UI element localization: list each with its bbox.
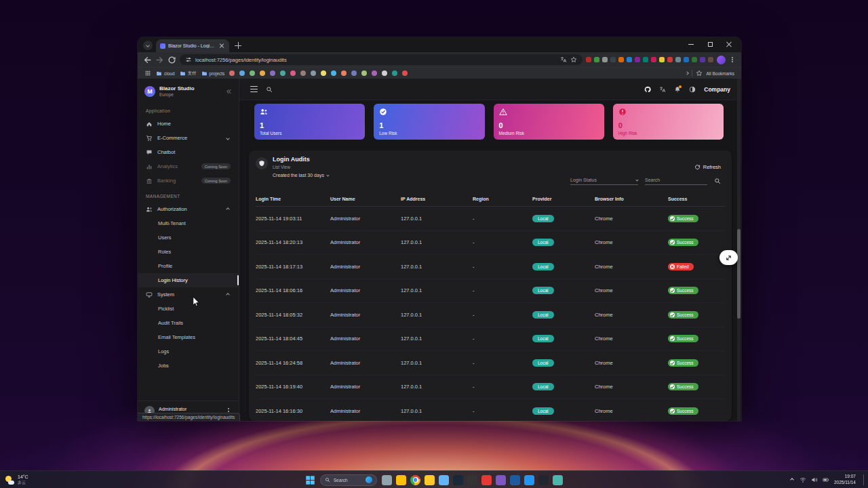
bookmark-favicon[interactable] [280, 70, 285, 76]
extension-icon[interactable] [692, 57, 697, 62]
sidebar-subitem-profile[interactable]: Profile [138, 259, 239, 273]
sidebar-item-banking[interactable]: BankingComing Soon [138, 174, 239, 188]
taskbar-app-mail[interactable] [439, 475, 449, 485]
column-header-region[interactable]: Region [473, 197, 532, 201]
bookmark-favicon[interactable] [229, 70, 235, 76]
floating-expand-button[interactable] [719, 250, 738, 265]
language-icon[interactable] [659, 86, 666, 93]
taskbar-app-steam[interactable] [453, 475, 463, 485]
sidebar-subitem-email-templates[interactable]: Email Templates [138, 330, 239, 344]
extension-icon[interactable] [700, 57, 705, 62]
github-icon[interactable] [644, 86, 651, 93]
sidebar-subitem-multi-tenant[interactable]: Multi-Tenant [138, 216, 239, 230]
bookmark-folder-[interactable]: 支付 [180, 70, 197, 77]
scrollbar-thumb[interactable] [737, 229, 741, 319]
back-button[interactable] [143, 56, 152, 64]
taskbar-app-teams[interactable] [553, 475, 563, 485]
column-header-user-name[interactable]: User Name [330, 197, 401, 201]
bookmark-favicon[interactable] [372, 70, 377, 76]
table-row[interactable]: 2025-11-14 18:04:45Administrator127.0.0.… [256, 327, 725, 352]
bookmark-favicon[interactable] [402, 70, 408, 76]
bookmark-favicon[interactable] [300, 70, 306, 76]
extension-icon[interactable] [684, 57, 689, 62]
notifications-icon[interactable] [674, 86, 681, 93]
sidebar-collapse-icon[interactable] [225, 88, 232, 95]
table-row[interactable]: 2025-11-14 18:05:32Administrator127.0.0.… [256, 303, 725, 327]
taskbar-app-chrome[interactable] [410, 475, 420, 485]
browser-tab[interactable]: Blazor Studio - Login Audits [156, 39, 229, 52]
sidebar-subitem-roles[interactable]: Roles [138, 245, 239, 259]
battery-icon[interactable] [823, 476, 829, 483]
sidebar-subitem-audit-trails[interactable]: Audit Trails [138, 316, 239, 330]
extension-icon[interactable] [618, 57, 624, 62]
taskbar-clock[interactable]: 19:07 2025/11/14 [834, 474, 856, 486]
bookmark-folder-projects[interactable]: projects [201, 70, 225, 77]
forward-button[interactable] [155, 56, 164, 64]
sidebar-item-system[interactable]: System [138, 287, 239, 302]
new-tab-button[interactable] [233, 41, 243, 50]
address-bar[interactable]: localhost:7256/pages/identity/loginaudit… [180, 54, 583, 65]
bookmark-star-icon[interactable] [570, 56, 577, 63]
theme-toggle-icon[interactable] [689, 86, 696, 93]
sidebar-item-analytics[interactable]: AnalyticsComing Soon [138, 159, 239, 174]
bookmark-favicon[interactable] [270, 70, 275, 76]
bookmark-favicon[interactable] [382, 70, 387, 76]
bookmark-favicon[interactable] [311, 70, 316, 76]
tab-search-button[interactable] [143, 41, 153, 50]
bookmark-favicon[interactable] [321, 70, 326, 76]
bookmark-folder-cloud[interactable]: cloud [156, 70, 175, 77]
maximize-button[interactable] [701, 37, 719, 51]
search-input[interactable] [645, 178, 707, 185]
taskbar-app-terminal[interactable] [538, 475, 549, 485]
bookmark-favicon[interactable] [250, 70, 255, 76]
table-row[interactable]: 2025-11-14 16:19:40Administrator127.0.0.… [256, 375, 725, 400]
extension-icon[interactable] [708, 57, 713, 62]
close-button[interactable] [719, 37, 738, 51]
extension-icon[interactable] [635, 57, 640, 62]
bookmark-favicon[interactable] [341, 70, 347, 76]
bookmark-favicon[interactable] [260, 70, 265, 76]
sidebar-subitem-picklist[interactable]: Picklist [138, 302, 239, 316]
extension-icon[interactable] [643, 57, 648, 62]
menu-toggle-icon[interactable] [250, 85, 258, 94]
sidebar-subitem-logs[interactable]: Logs [138, 344, 239, 359]
site-info-icon[interactable] [185, 56, 192, 63]
extension-icon[interactable] [627, 57, 632, 62]
refresh-button[interactable]: Refresh [694, 164, 721, 170]
browser-menu-icon[interactable] [729, 56, 736, 63]
bookmark-favicon[interactable] [239, 70, 245, 76]
table-row[interactable]: 2025-11-14 18:20:13Administrator127.0.0.… [256, 231, 725, 256]
tray-expand-icon[interactable] [790, 478, 794, 482]
extension-icon[interactable] [675, 57, 681, 62]
wifi-icon[interactable] [800, 476, 806, 483]
sidebar-item-authorization[interactable]: Authorization [138, 202, 239, 216]
volume-icon[interactable] [811, 476, 818, 483]
column-header-browser-info[interactable]: Browser Info [595, 197, 668, 201]
table-search-icon[interactable] [714, 178, 721, 184]
column-header-provider[interactable]: Provider [532, 197, 595, 201]
bookmark-favicon[interactable] [351, 70, 357, 76]
taskbar-weather[interactable]: 14°C 多云 [5, 471, 28, 488]
taskbar-app-vscode[interactable] [524, 475, 534, 485]
table-row[interactable]: 2025-11-14 16:16:30Administrator127.0.0.… [256, 399, 725, 421]
extension-icon[interactable] [659, 57, 665, 62]
sidebar-subitem-users[interactable]: Users [138, 230, 239, 245]
translate-page-icon[interactable] [560, 56, 567, 63]
extension-icon[interactable] [667, 57, 673, 62]
bookmark-favicon[interactable] [290, 70, 296, 76]
bookmark-favicon[interactable] [392, 70, 397, 76]
sidebar-subitem-jobs[interactable]: Jobs [138, 359, 239, 373]
column-header-ip-address[interactable]: IP Address [401, 197, 473, 201]
taskbar-app-epic-games[interactable] [467, 475, 477, 485]
reload-button[interactable] [167, 56, 176, 64]
sidebar-item-e-commerce[interactable]: E-Commerce [138, 131, 239, 145]
sidebar-item-home[interactable]: Home [138, 117, 239, 131]
company-button[interactable]: Company [704, 86, 730, 93]
table-row[interactable]: 2025-11-14 18:06:16Administrator127.0.0.… [256, 279, 725, 304]
extension-icon[interactable] [602, 57, 608, 62]
table-row[interactable]: 2025-11-14 19:03:11Administrator127.0.0.… [256, 207, 725, 231]
tab-close-icon[interactable] [218, 43, 225, 49]
table-row[interactable]: 2025-11-14 18:17:13Administrator127.0.0.… [256, 255, 725, 279]
taskbar-app-file-explorer[interactable] [396, 475, 406, 485]
show-desktop-button[interactable] [863, 474, 864, 485]
